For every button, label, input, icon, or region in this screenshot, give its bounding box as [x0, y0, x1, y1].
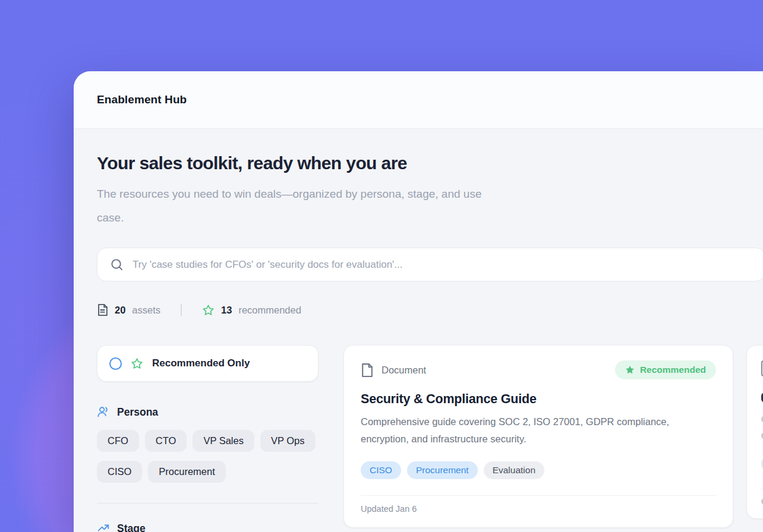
persona-chip-vp-sales[interactable]: VP Sales [193, 430, 254, 452]
stage-section-header: Stage [97, 522, 319, 532]
assets-label: assets [132, 305, 160, 316]
recommended-stat: 13 recommended [202, 304, 301, 316]
window-header: Enablement Hub [74, 71, 763, 129]
sidebar-divider [97, 503, 319, 504]
assets-stat: 20 assets [97, 303, 160, 316]
star-icon [202, 304, 215, 316]
asset-title: Security & Compliance Guide [361, 392, 716, 407]
tag-evaluation[interactable]: Evaluation [484, 461, 544, 479]
stage-label: Stage [117, 522, 146, 532]
persona-chip-vp-ops[interactable]: VP Ops [260, 430, 316, 452]
assets-count: 20 [115, 305, 125, 316]
tag-ciso[interactable]: CISO [361, 461, 401, 479]
star-icon [131, 357, 143, 370]
persona-chip-cto[interactable]: CTO [145, 430, 187, 452]
app-title: Enablement Hub [97, 93, 187, 106]
asset-type-label: Document [382, 365, 426, 376]
filter-sidebar: Recommended Only Persona CFO CTO [97, 345, 319, 532]
card-divider [361, 495, 716, 496]
recommended-count: 13 [221, 305, 232, 316]
main-content: Your sales toolkit, ready when you are T… [74, 129, 763, 532]
asset-type: Document [361, 363, 426, 378]
page-title: Your sales toolkit, ready when you are [97, 153, 763, 173]
users-icon [97, 406, 110, 419]
page-subtitle: The resources you need to win deals—orga… [97, 182, 501, 230]
search-input[interactable] [133, 259, 752, 271]
content-columns: Recommended Only Persona CFO CTO [97, 345, 763, 532]
asset-description: Comprehensive guide covering SOC 2, ISO … [361, 413, 708, 448]
file-text-icon [97, 303, 108, 316]
star-filled-icon [625, 365, 635, 375]
badge-label: Recommended [640, 365, 706, 375]
stats-divider [181, 304, 182, 316]
stats-row: 20 assets 13 recommended [97, 303, 763, 316]
asset-card-security-compliance-guide[interactable]: Document Recommended Security & Complian… [343, 345, 733, 528]
search-icon [110, 258, 124, 271]
tag-procurement[interactable]: Procurement [407, 461, 478, 479]
enablement-hub-window: Enablement Hub Your sales toolkit, ready… [74, 71, 763, 532]
persona-chip-procurement[interactable]: Procurement [148, 461, 225, 483]
asset-tags: CISO Procurement Evaluation [361, 461, 716, 479]
asset-card-grid: Document Recommended Security & Complian… [343, 345, 763, 528]
persona-chip-cfo[interactable]: CFO [97, 430, 139, 452]
asset-card-partial[interactable] [746, 345, 763, 519]
persona-chips: CFO CTO VP Sales VP Ops CISO Procurement [97, 430, 319, 483]
persona-chip-ciso[interactable]: CISO [97, 461, 142, 483]
toggle-circle-icon[interactable] [109, 357, 122, 370]
persona-section-header: Persona [97, 406, 319, 419]
trending-up-icon [97, 522, 110, 532]
card-top-row: Document Recommended [361, 360, 716, 379]
file-icon [361, 363, 373, 378]
search-bar[interactable] [97, 248, 763, 281]
recommended-badge: Recommended [615, 360, 716, 379]
recommended-label: recommended [238, 305, 301, 316]
recommended-only-label: Recommended Only [152, 357, 250, 369]
persona-label: Persona [117, 406, 158, 419]
asset-updated: Updated Jan 6 [361, 504, 716, 514]
recommended-only-toggle[interactable]: Recommended Only [97, 345, 319, 382]
